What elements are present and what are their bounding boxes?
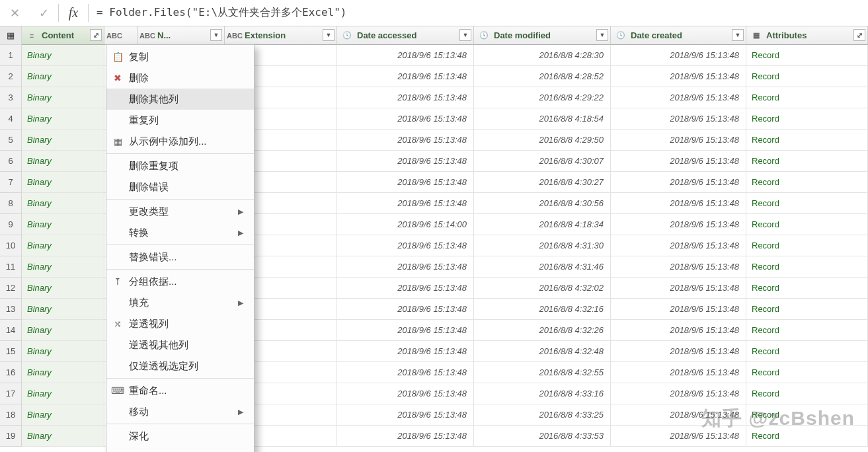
cell-modified[interactable]: 2016/8/8 4:30:07 xyxy=(474,151,611,172)
cell-content[interactable]: Binary xyxy=(22,235,104,256)
cell-modified[interactable]: 2016/8/8 4:32:02 xyxy=(474,278,611,299)
cell-created[interactable]: 2018/9/6 15:13:48 xyxy=(611,426,746,447)
cell-content[interactable]: Binary xyxy=(22,341,104,362)
cell-modified[interactable]: 2016/8/8 4:29:22 xyxy=(474,87,611,108)
cell-accessed[interactable]: 2018/9/6 15:13:48 xyxy=(337,383,474,404)
row-number[interactable]: 18 xyxy=(0,404,22,426)
cell-created[interactable]: 2018/9/6 15:13:48 xyxy=(611,256,746,278)
row-number[interactable]: 2 xyxy=(0,66,22,87)
menu-item[interactable]: 仅逆透视选定列 xyxy=(106,356,254,377)
row-number[interactable]: 14 xyxy=(0,320,22,341)
menu-item[interactable]: 作为新查询添加 xyxy=(106,447,254,452)
formula-input[interactable]: = Folder.Files("E:\从文件夹合并多个Excel") xyxy=(89,0,868,26)
menu-item[interactable]: 删除其他列 xyxy=(106,89,254,110)
select-all-corner[interactable]: ▦ xyxy=(0,26,22,45)
cell-content[interactable]: Binary xyxy=(22,193,104,214)
cell-attributes[interactable]: Record xyxy=(746,404,868,426)
menu-item[interactable]: 重复列 xyxy=(106,110,254,131)
cell-created[interactable]: 2018/9/6 15:13:48 xyxy=(611,87,746,108)
column-header-name[interactable]: ABC N... ▼ xyxy=(138,26,225,45)
cell-content[interactable]: Binary xyxy=(22,278,104,299)
cell-content[interactable]: Binary xyxy=(22,299,104,320)
cell-created[interactable]: 2018/9/6 15:13:48 xyxy=(611,193,746,214)
cell-accessed[interactable]: 2018/9/6 15:13:48 xyxy=(337,87,474,108)
cell-attributes[interactable]: Record xyxy=(746,320,868,341)
cell-created[interactable]: 2018/9/6 15:13:48 xyxy=(611,214,746,235)
cell-modified[interactable]: 2016/8/8 4:28:52 xyxy=(474,66,611,87)
cell-accessed[interactable]: 2018/9/6 15:13:48 xyxy=(337,299,474,320)
cell-created[interactable]: 2018/9/6 15:13:48 xyxy=(611,362,746,383)
row-number[interactable]: 4 xyxy=(0,108,22,130)
cell-modified[interactable]: 2016/8/8 4:33:53 xyxy=(474,426,611,447)
cell-content[interactable]: Binary xyxy=(22,130,104,151)
row-number[interactable]: 12 xyxy=(0,278,22,299)
expand-icon[interactable]: ⤢ xyxy=(853,29,865,41)
cell-modified[interactable]: 2016/8/8 4:29:50 xyxy=(474,130,611,151)
cell-created[interactable]: 2018/9/6 15:13:48 xyxy=(611,151,746,172)
cell-content[interactable]: Binary xyxy=(22,108,104,130)
cell-accessed[interactable]: 2018/9/6 15:13:48 xyxy=(337,45,474,66)
cell-accessed[interactable]: 2018/9/6 15:13:48 xyxy=(337,193,474,214)
cell-accessed[interactable]: 2018/9/6 15:13:48 xyxy=(337,362,474,383)
cell-created[interactable]: 2018/9/6 15:13:48 xyxy=(611,341,746,362)
cell-created[interactable]: 2018/9/6 15:13:48 xyxy=(611,320,746,341)
column-header-modified[interactable]: 🕓 Date modified ▼ xyxy=(474,26,611,45)
cell-accessed[interactable]: 2018/9/6 15:13:48 xyxy=(337,404,474,426)
cell-content[interactable]: Binary xyxy=(22,362,104,383)
row-number[interactable]: 13 xyxy=(0,299,22,320)
row-number[interactable]: 16 xyxy=(0,362,22,383)
cell-accessed[interactable]: 2018/9/6 15:13:48 xyxy=(337,341,474,362)
cell-modified[interactable]: 2016/8/8 4:18:34 xyxy=(474,214,611,235)
cell-content[interactable]: Binary xyxy=(22,383,104,404)
row-number[interactable]: 6 xyxy=(0,151,22,172)
cell-attributes[interactable]: Record xyxy=(746,299,868,320)
cell-modified[interactable]: 2016/8/8 4:32:55 xyxy=(474,362,611,383)
cell-content[interactable]: Binary xyxy=(22,45,104,66)
cell-content[interactable]: Binary xyxy=(22,426,104,447)
cell-modified[interactable]: 2016/8/8 4:28:30 xyxy=(474,45,611,66)
row-number[interactable]: 1 xyxy=(0,45,22,66)
cell-accessed[interactable]: 2018/9/6 15:13:48 xyxy=(337,320,474,341)
menu-item[interactable]: ⤒分组依据... xyxy=(106,271,254,292)
cell-accessed[interactable]: 2018/9/6 15:13:48 xyxy=(337,66,474,87)
cell-attributes[interactable]: Record xyxy=(746,172,868,193)
filter-icon[interactable]: ▼ xyxy=(323,29,335,41)
cell-attributes[interactable]: Record xyxy=(746,256,868,278)
cell-modified[interactable]: 2016/8/8 4:31:46 xyxy=(474,256,611,278)
cell-attributes[interactable]: Record xyxy=(746,87,868,108)
cell-created[interactable]: 2018/9/6 15:13:48 xyxy=(611,45,746,66)
menu-item[interactable]: 深化 xyxy=(106,426,254,447)
cell-attributes[interactable]: Record xyxy=(746,235,868,256)
row-number[interactable]: 11 xyxy=(0,256,22,278)
cell-created[interactable]: 2018/9/6 15:13:48 xyxy=(611,404,746,426)
row-number[interactable]: 19 xyxy=(0,426,22,447)
cell-accessed[interactable]: 2018/9/6 15:13:48 xyxy=(337,278,474,299)
row-number[interactable]: 17 xyxy=(0,383,22,404)
cell-modified[interactable]: 2016/8/8 4:30:27 xyxy=(474,172,611,193)
cell-attributes[interactable]: Record xyxy=(746,383,868,404)
confirm-button[interactable]: ✓ xyxy=(29,0,58,26)
cell-modified[interactable]: 2016/8/8 4:32:16 xyxy=(474,299,611,320)
column-header-name-left[interactable]: ABC xyxy=(104,26,138,45)
menu-item[interactable]: 逆透视其他列 xyxy=(106,334,254,356)
menu-item[interactable]: 删除重复项 xyxy=(106,155,254,176)
row-number[interactable]: 8 xyxy=(0,193,22,214)
cell-created[interactable]: 2018/9/6 15:13:48 xyxy=(611,66,746,87)
menu-item[interactable]: 替换错误... xyxy=(106,246,254,268)
cell-modified[interactable]: 2016/8/8 4:32:26 xyxy=(474,320,611,341)
column-header-content[interactable]: ≡ Content ⤢ xyxy=(22,26,104,45)
menu-item[interactable]: 更改类型▶ xyxy=(106,201,254,222)
cell-created[interactable]: 2018/9/6 15:13:48 xyxy=(611,299,746,320)
cell-content[interactable]: Binary xyxy=(22,404,104,426)
row-number[interactable]: 15 xyxy=(0,341,22,362)
cell-content[interactable]: Binary xyxy=(22,66,104,87)
filter-icon[interactable]: ▼ xyxy=(459,29,471,41)
menu-item[interactable]: ▦从示例中添加列... xyxy=(106,131,254,152)
cell-content[interactable]: Binary xyxy=(22,320,104,341)
cell-created[interactable]: 2018/9/6 15:13:48 xyxy=(611,172,746,193)
cell-attributes[interactable]: Record xyxy=(746,341,868,362)
cell-accessed[interactable]: 2018/9/6 15:13:48 xyxy=(337,256,474,278)
cell-attributes[interactable]: Record xyxy=(746,45,868,66)
cell-modified[interactable]: 2016/8/8 4:33:25 xyxy=(474,404,611,426)
filter-icon[interactable]: ▼ xyxy=(732,29,744,41)
